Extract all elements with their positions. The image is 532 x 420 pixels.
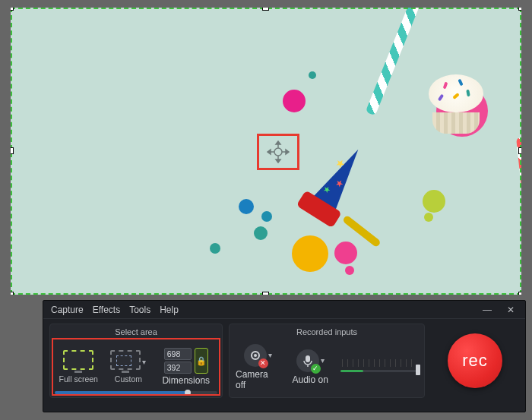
decor-dot: [345, 266, 354, 275]
lock-icon: 🔒: [196, 356, 207, 366]
dimensions-label: Dimensions: [162, 375, 210, 386]
chevron-down-icon[interactable]: ▾: [321, 356, 325, 365]
decor-dot: [261, 211, 272, 222]
decor-dot: [210, 243, 220, 254]
fullscreen-monitor-icon: [63, 350, 93, 370]
decor-dot: [309, 71, 316, 79]
decor-dot: [292, 235, 328, 272]
meter-track: [340, 370, 418, 372]
minimize-button[interactable]: —: [480, 305, 495, 315]
record-label: rec: [462, 351, 488, 371]
dimensions-group: 🔒 Dimensions: [156, 348, 216, 386]
menu-capture[interactable]: Capture: [51, 305, 84, 315]
move-crosshair-icon: [267, 141, 290, 163]
svg-point-2: [254, 354, 257, 357]
resize-handle-bl[interactable]: [11, 292, 14, 295]
decor-dot: [424, 213, 433, 222]
camera-label: Camera off: [236, 369, 280, 390]
fullscreen-label: Full screen: [59, 374, 98, 384]
select-area-title: Select area: [55, 327, 217, 339]
custom-area-option[interactable]: ▾ Custom: [108, 350, 148, 384]
menu-help[interactable]: Help: [160, 305, 179, 315]
resize-handle-mr[interactable]: [518, 147, 521, 154]
microphone-icon: ✓: [296, 349, 319, 372]
status-on-icon: ✓: [311, 364, 321, 374]
select-area-slider[interactable]: [55, 391, 217, 394]
select-area-panel: Select area Full screen: [49, 324, 223, 398]
close-button[interactable]: ✕: [504, 305, 518, 315]
resize-handle-br[interactable]: [518, 292, 521, 295]
crosshair-highlight: [257, 134, 299, 170]
recorded-inputs-title: Recorded inputs: [234, 327, 420, 339]
record-button[interactable]: rec: [448, 333, 502, 388]
resize-handle-tr[interactable]: [518, 8, 521, 11]
status-off-icon: ✕: [258, 358, 268, 368]
custom-label: Custom: [115, 374, 142, 384]
capture-region[interactable]: ★ ★ ★: [11, 8, 521, 295]
camera-icon: ✕: [244, 344, 267, 367]
audio-label: Audio on: [293, 374, 328, 385]
slider-knob[interactable]: [185, 390, 191, 396]
height-input[interactable]: [164, 362, 192, 374]
width-input[interactable]: [164, 348, 192, 360]
decor-dot: [423, 190, 445, 213]
recorded-inputs-panel: Recorded inputs ✕ ▾ Camera off: [229, 324, 425, 398]
menu-effects[interactable]: Effects: [93, 305, 120, 315]
decor-dot: [334, 242, 357, 264]
audio-level-meter[interactable]: [340, 356, 418, 377]
resize-handle-tl[interactable]: [11, 8, 14, 11]
audio-toggle[interactable]: ✓ ▾ Audio on: [288, 349, 333, 385]
decor-cupcake: [429, 74, 483, 134]
decor-straw: [366, 8, 424, 115]
svg-rect-3: [306, 355, 310, 362]
resize-handle-bc[interactable]: [262, 292, 269, 295]
recorder-toolbar: Capture Effects Tools Help — ✕ Select ar…: [43, 300, 526, 412]
menu-tools[interactable]: Tools: [129, 305, 150, 315]
decor-dot: [239, 199, 254, 214]
custom-monitor-icon: [110, 350, 141, 370]
fullscreen-option[interactable]: Full screen: [56, 350, 100, 384]
camera-toggle[interactable]: ✕ ▾ Camera off: [236, 344, 280, 390]
meter-knob[interactable]: [416, 365, 420, 375]
menubar: Capture Effects Tools Help — ✕: [43, 301, 525, 319]
decor-dot: [283, 90, 306, 112]
record-panel: rec: [431, 324, 519, 398]
chevron-down-icon[interactable]: ▾: [268, 351, 272, 359]
lock-aspect-button[interactable]: 🔒: [195, 348, 208, 374]
meter-ticks: [342, 359, 416, 367]
svg-point-0: [274, 148, 282, 156]
decor-straw: [516, 137, 521, 295]
decor-dot: [254, 226, 268, 240]
resize-handle-ml[interactable]: [11, 147, 14, 154]
resize-handle-tc[interactable]: [262, 8, 269, 11]
decor-party-horn: ★ ★ ★: [311, 142, 369, 213]
chevron-down-icon[interactable]: ▾: [142, 358, 146, 366]
